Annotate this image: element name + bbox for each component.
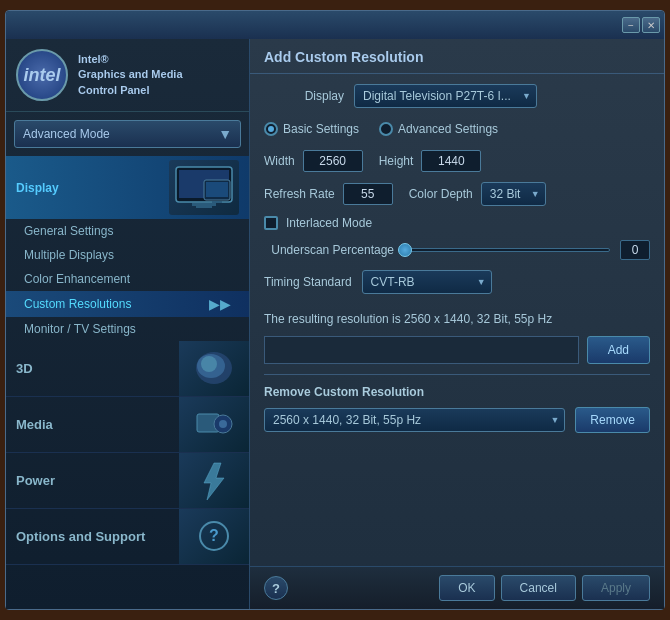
sidebar-item-monitor-settings[interactable]: Monitor / TV Settings	[6, 317, 249, 341]
svg-point-9	[201, 356, 217, 372]
close-button[interactable]: ✕	[642, 17, 660, 33]
main-header: Add Custom Resolution	[250, 39, 664, 74]
basic-settings-label: Basic Settings	[283, 122, 359, 136]
result-add-row: The resulting resolution is 2560 x 1440,…	[264, 304, 650, 364]
timing-label: Timing Standard	[264, 275, 362, 289]
custom-resolutions-label: Custom Resolutions	[24, 297, 131, 311]
sidebar-item-3d[interactable]: 3D	[6, 341, 249, 397]
section-divider	[264, 374, 650, 375]
sidebar-item-color-enhancement[interactable]: Color Enhancement	[6, 267, 249, 291]
underscan-slider[interactable]	[404, 248, 610, 252]
display-select[interactable]: Digital Television P27T-6 I...	[354, 84, 537, 108]
sidebar-item-options-support[interactable]: Options and Support ?	[6, 509, 249, 565]
options-support-label: Options and Support	[6, 521, 179, 552]
main-content: Display Digital Television P27T-6 I... B…	[250, 74, 664, 566]
cancel-button[interactable]: Cancel	[501, 575, 576, 601]
timing-row: Timing Standard CVT-RB	[264, 270, 650, 294]
display-category-icon	[169, 160, 239, 215]
advanced-settings-radio[interactable]: Advanced Settings	[379, 122, 498, 136]
color-depth-select[interactable]: 32 Bit	[481, 182, 546, 206]
mode-selector[interactable]: Advanced Mode ▼	[14, 120, 241, 148]
underscan-label: Underscan Percentage	[264, 243, 394, 257]
remove-resolution-select[interactable]: 2560 x 1440, 32 Bit, 55p Hz	[264, 408, 565, 432]
apply-button[interactable]: Apply	[582, 575, 650, 601]
display-svg	[174, 165, 234, 210]
basic-settings-radio[interactable]: Basic Settings	[264, 122, 359, 136]
media-label: Media	[6, 409, 179, 440]
multiple-displays-label: Multiple Displays	[24, 248, 114, 262]
3d-thumb	[179, 341, 249, 396]
mode-arrow-icon: ▼	[218, 126, 232, 142]
add-button[interactable]: Add	[587, 336, 650, 364]
svg-text:?: ?	[209, 527, 219, 544]
refresh-color-row: Refresh Rate Color Depth 32 Bit	[264, 182, 650, 206]
display-category-label: Display	[16, 181, 59, 195]
power-icon	[189, 458, 239, 503]
settings-mode-group: Basic Settings Advanced Settings	[264, 118, 650, 140]
refresh-input[interactable]	[343, 183, 393, 205]
sidebar-title: Intel®Graphics and MediaControl Panel	[78, 52, 183, 98]
svg-rect-5	[206, 182, 228, 197]
svg-rect-6	[212, 201, 222, 203]
display-select-wrapper: Digital Television P27T-6 I...	[354, 84, 537, 108]
intel-logo: intel	[16, 49, 68, 101]
height-input[interactable]	[421, 150, 481, 172]
height-pair: Height	[379, 150, 482, 172]
sidebar-item-custom-resolutions[interactable]: Custom Resolutions ▶▶	[6, 291, 249, 317]
color-enhancement-label: Color Enhancement	[24, 272, 130, 286]
display-nav-items: General Settings Multiple Displays Color…	[6, 219, 249, 341]
sidebar: intel Intel®Graphics and MediaControl Pa…	[6, 39, 250, 609]
media-thumb	[179, 397, 249, 452]
refresh-label: Refresh Rate	[264, 187, 335, 201]
interlaced-checkbox[interactable]	[264, 216, 278, 230]
interlaced-row: Interlaced Mode	[264, 216, 650, 230]
arrow-right-icon: ▶▶	[209, 296, 231, 312]
sidebar-item-media[interactable]: Media	[6, 397, 249, 453]
remove-section-title: Remove Custom Resolution	[264, 385, 650, 399]
display-field-label: Display	[264, 89, 354, 103]
main-title: Add Custom Resolution	[264, 49, 423, 65]
svg-rect-3	[196, 206, 212, 208]
mode-label: Advanced Mode	[23, 127, 110, 141]
svg-point-12	[219, 420, 227, 428]
width-pair: Width	[264, 150, 363, 172]
basic-settings-dot	[264, 122, 278, 136]
3d-label: 3D	[6, 353, 179, 384]
sidebar-item-multiple-displays[interactable]: Multiple Displays	[6, 243, 249, 267]
color-depth-label: Color Depth	[409, 187, 473, 201]
ok-button[interactable]: OK	[439, 575, 494, 601]
sidebar-header: intel Intel®Graphics and MediaControl Pa…	[6, 39, 249, 112]
remove-row: 2560 x 1440, 32 Bit, 55p Hz Remove	[264, 407, 650, 433]
display-row: Display Digital Television P27T-6 I...	[264, 84, 650, 108]
main-window: − ✕ intel Intel®Graphics and MediaContro…	[5, 10, 665, 610]
options-support-thumb: ?	[179, 509, 249, 564]
underscan-value: 0	[620, 240, 650, 260]
sidebar-item-power[interactable]: Power	[6, 453, 249, 509]
sidebar-item-display[interactable]: Display	[6, 156, 249, 219]
timing-select-wrapper: CVT-RB	[362, 270, 492, 294]
minimize-button[interactable]: −	[622, 17, 640, 33]
content-area: intel Intel®Graphics and MediaControl Pa…	[6, 39, 664, 609]
monitor-settings-label: Monitor / TV Settings	[24, 322, 136, 336]
interlaced-label: Interlaced Mode	[286, 216, 372, 230]
svg-rect-2	[192, 203, 216, 206]
underscan-thumb[interactable]	[398, 243, 412, 257]
options-icon: ?	[189, 514, 239, 559]
remove-button[interactable]: Remove	[575, 407, 650, 433]
title-bar: − ✕	[6, 11, 664, 39]
timing-select[interactable]: CVT-RB	[362, 270, 492, 294]
media-icon	[189, 402, 239, 447]
main-panel: Add Custom Resolution Display Digital Te…	[250, 39, 664, 609]
width-label: Width	[264, 154, 295, 168]
power-thumb	[179, 453, 249, 508]
color-depth-pair: Color Depth 32 Bit	[409, 182, 546, 206]
help-button[interactable]: ?	[264, 576, 288, 600]
power-label: Power	[6, 465, 179, 496]
color-depth-select-wrapper: 32 Bit	[481, 182, 546, 206]
refresh-pair: Refresh Rate	[264, 183, 393, 205]
advanced-settings-dot	[379, 122, 393, 136]
sidebar-item-general-settings[interactable]: General Settings	[6, 219, 249, 243]
width-input[interactable]	[303, 150, 363, 172]
general-settings-label: General Settings	[24, 224, 113, 238]
svg-marker-13	[204, 463, 224, 500]
